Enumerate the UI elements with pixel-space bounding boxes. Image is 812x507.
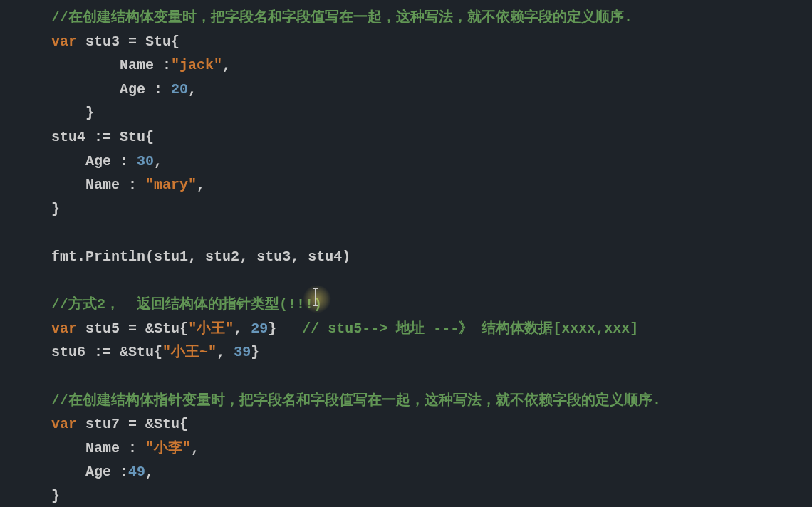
token-identifier: stu1 [154,249,188,265]
token-identifier: stu3 [256,249,291,265]
token-identifier: stu4 [308,249,342,265]
token-operator: = [128,416,137,432]
token-comment: //方式2， 返回结构体的指针类型(!!!) [51,296,322,313]
token-identifier [128,153,137,169]
token-operator: : [128,440,137,456]
code-editor[interactable]: //在创建结构体变量时，把字段名和字段值写在一起，这种写法，就不依赖字段的定义顺… [0,6,812,507]
token-operator: : [162,57,171,73]
token-punct: , [188,81,197,98]
token-identifier [137,320,145,337]
token-number: 20 [171,81,188,98]
token-identifier: stu7 [77,416,128,432]
code-line[interactable]: } [0,197,812,221]
token-identifier [137,416,145,432]
token-keyword: var [51,33,77,50]
token-identifier: fmt [51,249,77,265]
code-line[interactable]: Name : "小李", [0,437,812,461]
token-punct: , [234,320,251,337]
token-identifier: Age [85,464,120,480]
token-punct: , [154,153,162,169]
token-comment: //在创建结构体变量时，把字段名和字段值写在一起，这种写法，就不依赖字段的定义顺… [51,9,633,26]
token-punct: , [239,249,256,265]
token-string: "小王~" [162,344,217,360]
code-line[interactable]: Age :49, [0,460,812,484]
token-string: "jack" [171,57,222,73]
token-operator: : [120,464,128,480]
token-keyword: var [51,320,77,337]
token-punct: , [191,440,199,456]
token-identifier [276,320,302,337]
token-operator: := [94,344,111,360]
token-punct: } [51,488,60,504]
code-line[interactable]: } [0,101,812,125]
token-string: "小王" [188,320,234,337]
code-line[interactable]: var stu7 = &Stu{ [0,412,812,437]
code-line[interactable]: stu6 := &Stu{"小王~", 39} [0,340,812,365]
token-string: "mary" [145,177,197,193]
code-line[interactable]: stu4 := Stu{ [0,125,812,150]
token-identifier: Name [120,57,162,73]
token-operator: = [128,320,137,337]
token-identifier: Stu [137,33,171,50]
token-string: "小李" [145,440,191,456]
token-operator: = [128,33,137,50]
token-punct: ( [145,249,154,265]
code-line[interactable]: } [0,484,812,507]
token-number: 49 [128,464,145,480]
token-identifier: Stu [154,320,179,337]
token-identifier: Stu [154,416,179,432]
token-punct: { [179,416,188,432]
token-punct: { [145,129,154,145]
token-identifier: stu6 [51,344,94,360]
code-line[interactable]: Age : 20, [0,78,812,102]
token-punct: , [188,249,205,265]
token-comment: // stu5--> 地址 ---》 结构体数据[xxxx,xxx] [302,320,638,337]
code-line[interactable] [0,221,812,245]
token-identifier [137,440,145,456]
token-punct: { [179,320,188,337]
token-punct: , [217,344,234,360]
token-punct: } [251,344,259,360]
token-identifier [111,344,120,360]
token-punct: , [197,177,205,193]
code-line[interactable]: //在创建结构体变量时，把字段名和字段值写在一起，这种写法，就不依赖字段的定义顺… [0,6,812,30]
code-line[interactable]: var stu3 = Stu{ [0,30,812,54]
code-line[interactable]: //在创建结构体指针变量时，把字段名和字段值写在一起，这种写法，就不依赖字段的定… [0,389,812,413]
token-operator: & [145,320,154,337]
code-line[interactable]: fmt.Println(stu1, stu2, stu3, stu4) [0,245,812,269]
token-operator: : [154,81,162,98]
token-identifier: Stu [128,344,154,360]
token-identifier [162,81,171,98]
token-punct: { [171,33,179,50]
token-identifier: Age [120,81,154,98]
token-identifier: Println [85,249,145,265]
token-comment: //在创建结构体指针变量时，把字段名和字段值写在一起，这种写法，就不依赖字段的定… [51,392,661,409]
code-line[interactable]: //方式2， 返回结构体的指针类型(!!!) [0,293,812,317]
token-number: 39 [234,344,251,360]
token-punct: , [222,57,231,73]
token-identifier: Stu [111,129,145,145]
token-punct: } [268,320,276,337]
code-line[interactable]: Name :"jack", [0,53,812,78]
token-punct: ) [342,249,350,265]
token-punct: } [51,201,60,217]
token-operator: : [120,153,128,169]
token-punct: . [77,249,85,265]
token-identifier [137,177,145,193]
token-identifier: stu4 [51,129,94,145]
token-punct: , [145,464,154,480]
code-line[interactable] [0,365,812,389]
code-line[interactable]: var stu5 = &Stu{"小王", 29} // stu5--> 地址 … [0,317,812,341]
token-operator: : [128,177,137,193]
token-number: 30 [137,153,154,169]
token-identifier: Name [85,440,128,456]
token-identifier: stu3 [77,33,128,50]
token-punct: , [291,249,308,265]
token-identifier: Age [85,153,120,169]
token-number: 29 [251,320,268,337]
code-line[interactable]: Age : 30, [0,150,812,174]
token-identifier: stu2 [205,249,239,265]
token-identifier: stu5 [77,320,128,337]
code-line[interactable]: Name : "mary", [0,173,812,197]
code-line[interactable] [0,269,812,293]
